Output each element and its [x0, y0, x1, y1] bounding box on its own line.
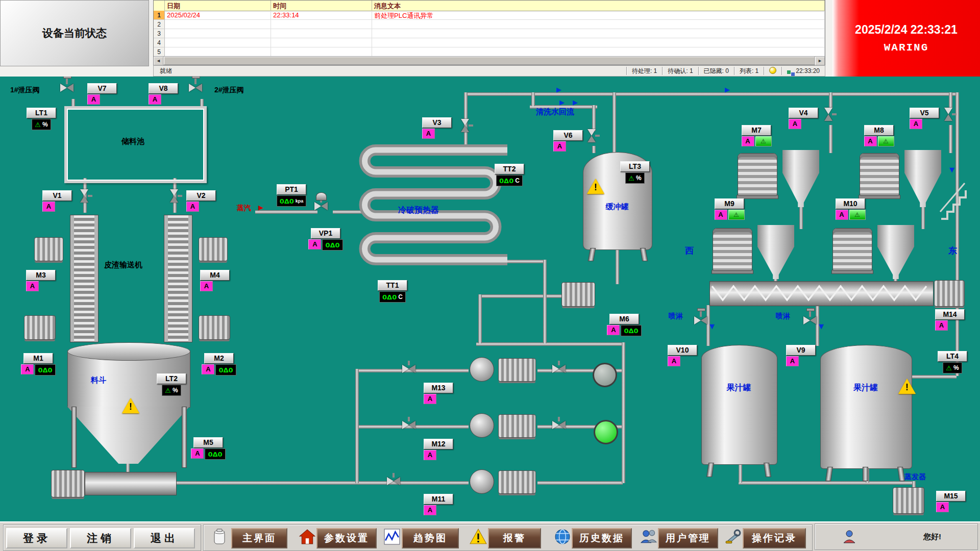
valve-icon[interactable] [824, 108, 832, 121]
valve-icon[interactable] [803, 316, 817, 324]
valve-icon[interactable] [944, 108, 952, 121]
alarm-row[interactable]: 12025/02/2422:33:14前处理PLC通讯异常 [154, 11, 825, 20]
badge-m5[interactable]: M5A0Δ0 [184, 437, 232, 460]
alarm-row[interactable]: 4 [154, 38, 825, 47]
horizontal-scrollbar[interactable]: ◄ ► [154, 56, 825, 65]
badge-v9[interactable]: V9A [786, 345, 816, 366]
valve-icon[interactable] [189, 84, 202, 92]
badge-m13[interactable]: M13A [424, 383, 453, 404]
juice-tank-2 [820, 345, 912, 469]
badge-m9[interactable]: M9A⚠ [712, 198, 747, 220]
login-button[interactable]: 登录 [6, 528, 67, 548]
alarm-row[interactable]: 2 [154, 20, 825, 29]
badge-v4[interactable]: V4A [789, 108, 818, 129]
alarm-row[interactable]: 5 [154, 47, 825, 57]
status-lamp-gray[interactable] [593, 363, 617, 387]
badge-label: V4 [789, 108, 818, 118]
ack-box: A [742, 136, 754, 146]
valve-icon[interactable] [552, 365, 566, 373]
badge-m1[interactable]: M1A0Δ0 [14, 353, 62, 375]
badge-v2[interactable]: V2A [186, 190, 216, 212]
status-lamp-green[interactable] [594, 420, 618, 444]
ack-box: A [668, 356, 680, 366]
flow-arrow-icon: ▶ [559, 98, 565, 106]
main-screen-button[interactable]: 主界面 [231, 528, 287, 548]
badge-m10[interactable]: M10A⚠ [833, 198, 868, 220]
badge-v5[interactable]: V5A [910, 108, 939, 129]
badge-m11[interactable]: M11A [424, 494, 453, 515]
badge-lt1[interactable]: LT1⚠% [23, 108, 60, 130]
alert-status: WARING [884, 42, 929, 54]
value-box: 0Δ0C [496, 175, 523, 186]
badge-m4[interactable]: M4A [200, 270, 230, 291]
valve-icon[interactable] [694, 316, 707, 324]
badge-v6[interactable]: V6A [553, 130, 583, 152]
ack-box: A [26, 281, 39, 291]
badge-lt4[interactable]: LT4⚠% [934, 351, 971, 373]
col-message[interactable]: 消息文本 [372, 1, 825, 11]
badge-vp1[interactable]: VP1A0Δ0 [302, 228, 350, 251]
scroll-thumb[interactable] [164, 57, 815, 65]
pipe [530, 92, 958, 96]
trend-chart-button[interactable]: 趋势图 [402, 528, 459, 548]
badge-lt3[interactable]: LT3⚠% [617, 161, 653, 184]
pipe [465, 92, 532, 96]
valve-icon[interactable] [552, 421, 566, 429]
col-time[interactable]: 时间 [271, 1, 372, 11]
juice-tank-leg [897, 467, 905, 481]
badge-v1[interactable]: V1A [42, 190, 72, 212]
motor-m4 [199, 237, 228, 261]
warning-icon [470, 529, 487, 546]
user-management-button[interactable]: 用户管理 [658, 528, 718, 548]
badge-label: LT1 [27, 108, 56, 118]
badge-v10[interactable]: V10A [668, 345, 697, 366]
valve-icon[interactable] [461, 119, 469, 132]
west-label: 西 [685, 245, 694, 257]
col-date[interactable]: 日期 [165, 1, 271, 11]
badge-tt1[interactable]: TT10Δ0C [371, 280, 414, 303]
badge-m12[interactable]: M12A [424, 439, 453, 460]
badge-v8[interactable]: V8A [149, 83, 178, 105]
juice-tank-warning-icon[interactable]: ! [898, 379, 916, 394]
buffer-warning-icon[interactable]: ! [587, 179, 604, 194]
alarm-row[interactable]: 3 [154, 29, 825, 38]
valve-icon[interactable] [60, 84, 74, 92]
parameter-settings-button[interactable]: 参数设置 [316, 528, 377, 548]
pipe [921, 206, 925, 229]
badge-v3[interactable]: V3A [422, 117, 452, 139]
valve-icon[interactable] [402, 365, 415, 373]
hopper-warning-icon[interactable]: ! [122, 398, 139, 413]
relief-valve-1-label: 1#泄压阀 [10, 86, 40, 95]
alarm-button[interactable]: 报警 [488, 528, 541, 548]
exit-button[interactable]: 退出 [134, 528, 195, 548]
badge-m2[interactable]: M2A0Δ0 [195, 353, 243, 375]
alarm-table[interactable]: 日期 时间 消息文本 12025/02/2422:33:14前处理PLC通讯异常… [153, 0, 825, 65]
bulb-icon[interactable] [764, 67, 781, 75]
badge-label: M10 [836, 198, 865, 209]
badge-m15[interactable]: M15A [936, 491, 966, 512]
valve-icon[interactable] [387, 477, 400, 485]
history-data-button[interactable]: 历史数据 [572, 528, 632, 548]
scroll-right-icon[interactable]: ► [815, 57, 825, 65]
badge-v7[interactable]: V7A [87, 83, 117, 105]
badge-label: TT1 [378, 280, 407, 291]
badge-m8[interactable]: M8A⚠ [862, 125, 896, 146]
scroll-left-icon[interactable]: ◄ [154, 57, 163, 65]
operation-log-button[interactable]: 操作记录 [743, 528, 806, 548]
logout-button[interactable]: 注销 [70, 528, 131, 548]
pipe [144, 481, 469, 485]
badge-m7[interactable]: M7A⚠ [739, 125, 774, 146]
badge-tt2[interactable]: TT20Δ0C [488, 164, 531, 186]
pipe [543, 260, 547, 343]
badge-m14[interactable]: M14A [935, 309, 965, 331]
pipe [71, 99, 75, 106]
badge-m6[interactable]: M6A0Δ0 [600, 314, 648, 336]
valve-icon[interactable] [314, 202, 328, 210]
valve-icon[interactable] [587, 129, 596, 142]
valve-icon[interactable] [170, 189, 178, 203]
badge-lt2[interactable]: LT2⚠% [153, 373, 190, 396]
valve-icon[interactable] [402, 421, 415, 429]
badge-m3[interactable]: M3A [26, 270, 56, 291]
valve-icon[interactable] [80, 189, 88, 203]
badge-pt1[interactable]: PT10Δ0kpa [270, 184, 313, 207]
